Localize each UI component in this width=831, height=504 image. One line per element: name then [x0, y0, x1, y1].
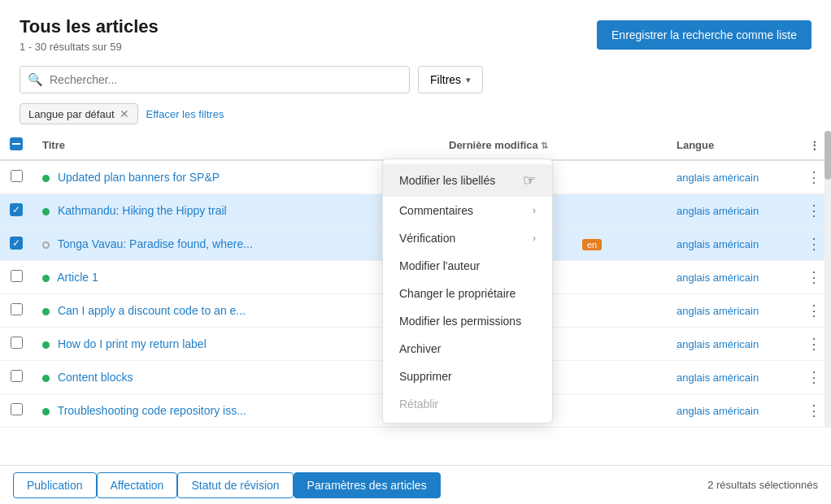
context-menu-item[interactable]: Vérification› — [383, 224, 552, 252]
context-menu-item[interactable]: Commentaires› — [383, 197, 552, 224]
context-menu-item-label: Modifier les libellés — [399, 174, 495, 187]
article-link[interactable]: Troubleshooting code repository iss... — [58, 404, 246, 417]
scrollbar-thumb[interactable] — [824, 131, 831, 180]
filters-label: Filtres — [430, 73, 461, 86]
submenu-arrow-icon: › — [533, 205, 536, 216]
row-check-cell[interactable] — [0, 294, 33, 328]
row-status-cell — [569, 328, 667, 361]
status-dot — [42, 241, 50, 249]
submenu-arrow-icon: › — [533, 232, 536, 244]
filter-tag-label: Langue par défaut — [28, 108, 115, 120]
page-title: Tous les articles — [20, 16, 159, 37]
clear-filters-button[interactable]: Effacer les filtres — [146, 108, 224, 120]
row-check-cell[interactable] — [0, 194, 33, 228]
more-icon[interactable]: ⋮ — [807, 269, 821, 285]
bottom-bar: PublicationAffectationStatut de révision… — [0, 465, 831, 504]
row-title-cell: Can I apply a discount code to an e... — [33, 294, 439, 328]
row-lang-cell: anglais américain — [667, 394, 797, 428]
row-checkbox[interactable] — [10, 203, 23, 216]
row-check-cell[interactable] — [0, 228, 33, 261]
article-link[interactable]: Can I apply a discount code to an e... — [58, 304, 246, 317]
article-link[interactable]: Tonga Vavau: Paradise found, where... — [58, 237, 253, 250]
row-title-cell: How do I print my return label — [33, 328, 439, 361]
search-icon: 🔍 — [28, 72, 43, 87]
row-checkbox[interactable] — [11, 403, 23, 415]
context-menu-item[interactable]: Archiver — [383, 335, 552, 363]
filter-tags: Langue par défaut ✕ Effacer les filtres — [0, 100, 831, 131]
results-count: 1 - 30 résultats sur 59 — [20, 41, 159, 53]
filter-tag-langue: Langue par défaut ✕ — [20, 103, 138, 124]
bottom-bar-button[interactable]: Publication — [13, 472, 97, 498]
row-checkbox[interactable] — [11, 270, 23, 282]
page-header: Tous les articles 1 - 30 résultats sur 5… — [0, 0, 831, 59]
more-icon[interactable]: ⋮ — [807, 236, 821, 252]
status-dot — [42, 308, 50, 315]
chevron-down-icon: ▾ — [466, 75, 471, 85]
filter-tag-remove[interactable]: ✕ — [120, 107, 129, 120]
row-status-cell — [569, 160, 667, 194]
scrollbar-track[interactable] — [824, 131, 831, 428]
context-menu-item: Rétablir — [383, 390, 552, 418]
row-checkbox[interactable] — [11, 303, 23, 315]
article-link[interactable]: Article 1 — [57, 271, 98, 284]
bottom-bar-button[interactable]: Paramètres des articles — [294, 472, 441, 498]
status-dot — [42, 341, 50, 349]
row-lang-cell: anglais américain — [667, 194, 797, 228]
article-link[interactable]: Content blocks — [58, 371, 133, 384]
bottom-bar-button[interactable]: Statut de révision — [177, 472, 293, 498]
select-all-header[interactable] — [0, 131, 33, 160]
context-menu-item[interactable]: Modifier les libellés☞ — [383, 164, 552, 197]
context-menu-item-label: Modifier les permissions — [399, 315, 521, 328]
row-status-cell — [569, 261, 667, 294]
article-link[interactable]: Updated plan banners for SP&P — [58, 171, 220, 184]
filters-button[interactable]: Filtres ▾ — [418, 66, 483, 93]
row-title-cell: Tonga Vavau: Paradise found, where... — [33, 228, 439, 261]
row-status-cell — [569, 194, 667, 228]
article-link[interactable]: How do I print my return label — [58, 337, 207, 350]
search-bar: 🔍 Filtres ▾ — [0, 59, 831, 100]
row-checkbox[interactable] — [10, 237, 23, 250]
more-icon[interactable]: ⋮ — [807, 336, 821, 352]
row-check-cell[interactable] — [0, 394, 33, 428]
search-input[interactable] — [20, 66, 410, 93]
status-dot — [42, 175, 50, 182]
save-search-button[interactable]: Enregistrer la recherche comme liste — [597, 20, 811, 50]
row-lang-cell: anglais américain — [667, 294, 797, 328]
context-menu-item-label: Vérification — [399, 232, 455, 245]
more-icon[interactable]: ⋮ — [807, 302, 821, 319]
row-checkbox[interactable] — [11, 170, 23, 182]
more-icon[interactable]: ⋮ — [807, 202, 821, 219]
row-title-cell: Troubleshooting code repository iss... — [33, 394, 439, 428]
bottom-bar-button[interactable]: Affectation — [97, 472, 178, 498]
sort-icon[interactable]: ⇅ — [541, 141, 548, 150]
context-menu-item[interactable]: Changer le propriétaire — [383, 280, 552, 307]
more-icon[interactable]: ⋮ — [807, 369, 821, 385]
row-status-cell: en — [569, 228, 667, 261]
more-icon[interactable]: ⋮ — [807, 169, 821, 185]
context-menu-item[interactable]: Supprimer — [383, 363, 552, 390]
row-checkbox[interactable] — [11, 370, 23, 382]
context-menu-item[interactable]: Modifier les permissions — [383, 307, 552, 335]
row-lang-cell: anglais américain — [667, 328, 797, 361]
more-icon[interactable]: ⋮ — [807, 402, 821, 419]
bottom-buttons: PublicationAffectationStatut de révision… — [13, 472, 441, 498]
context-menu-item-label: Archiver — [399, 342, 441, 355]
row-check-cell[interactable] — [0, 261, 33, 294]
context-menu-item-label: Rétablir — [399, 398, 438, 411]
row-check-cell[interactable] — [0, 328, 33, 361]
row-title-cell: Content blocks — [33, 361, 439, 394]
date-column-header: Dernière modifica ⇅ — [439, 131, 569, 160]
search-input-wrap: 🔍 — [20, 66, 410, 93]
status-column-header — [569, 131, 667, 160]
selected-count: 2 résultats sélectionnés — [707, 479, 818, 491]
row-status-cell — [569, 394, 667, 428]
select-all-checkbox[interactable] — [10, 137, 23, 150]
row-title-cell: Article 1 — [33, 261, 439, 294]
row-check-cell[interactable] — [0, 160, 33, 194]
row-check-cell[interactable] — [0, 361, 33, 394]
article-link[interactable]: Kathmandu: Hiking the Hippy trail — [58, 204, 227, 217]
status-dot — [42, 208, 50, 215]
context-menu-item[interactable]: Modifier l'auteur — [383, 252, 552, 280]
row-status-cell — [569, 361, 667, 394]
row-checkbox[interactable] — [11, 337, 23, 349]
